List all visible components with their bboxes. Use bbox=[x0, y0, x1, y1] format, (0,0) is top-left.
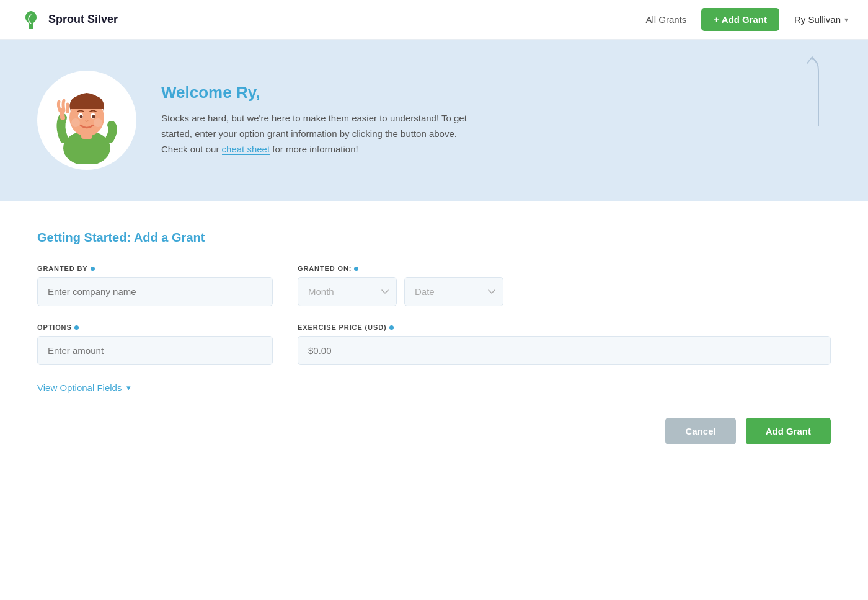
granted-on-group: GRANTED ON: Month January February March… bbox=[298, 265, 831, 306]
granted-by-label: GRANTED BY bbox=[37, 265, 273, 272]
arrow-up-icon bbox=[800, 52, 831, 133]
form-container: Getting Started: Add a Grant GRANTED BY … bbox=[0, 201, 868, 482]
date-select[interactable]: Date 1 2 3 4 5 bbox=[404, 277, 503, 306]
form-row-2: OPTIONS EXERCISE PRICE (USD) bbox=[37, 324, 831, 365]
required-indicator-3 bbox=[74, 325, 79, 330]
exercise-price-group: EXERCISE PRICE (USD) bbox=[298, 324, 831, 365]
header: Sprout Silver All Grants + Add Grant Ry … bbox=[0, 0, 868, 40]
avatar-illustration bbox=[46, 77, 127, 164]
sprout-logo-icon bbox=[20, 9, 42, 31]
user-name: Ry Sullivan bbox=[794, 14, 841, 25]
optional-fields-link[interactable]: View Optional Fields bbox=[37, 382, 122, 393]
user-menu[interactable]: Ry Sullivan ▾ bbox=[794, 14, 848, 25]
svg-point-5 bbox=[80, 115, 83, 118]
header-right: All Grants + Add Grant Ry Sullivan ▾ bbox=[645, 8, 848, 31]
arrow-decoration bbox=[800, 52, 831, 135]
granted-on-label: GRANTED ON: bbox=[298, 265, 831, 272]
user-menu-chevron-icon: ▾ bbox=[844, 15, 848, 24]
welcome-text-area: Welcome Ry, Stocks are hard, but we're h… bbox=[161, 83, 831, 157]
company-name-input[interactable] bbox=[37, 277, 273, 306]
welcome-banner: Welcome Ry, Stocks are hard, but we're h… bbox=[0, 40, 868, 201]
cancel-button[interactable]: Cancel bbox=[665, 418, 735, 444]
exercise-price-label: EXERCISE PRICE (USD) bbox=[298, 324, 831, 331]
all-grants-link[interactable]: All Grants bbox=[645, 14, 686, 25]
logo-text: Sprout Silver bbox=[48, 13, 118, 26]
header-add-grant-button[interactable]: + Add Grant bbox=[701, 8, 779, 31]
svg-point-8 bbox=[94, 118, 102, 127]
date-selects: Month January February March April May J… bbox=[298, 277, 831, 306]
cheat-sheet-link[interactable]: cheat sheet bbox=[222, 144, 270, 155]
svg-point-7 bbox=[71, 118, 80, 127]
required-indicator bbox=[91, 267, 95, 271]
welcome-body: Stocks are hard, but we're here to make … bbox=[161, 111, 484, 157]
exercise-price-input[interactable] bbox=[298, 336, 831, 365]
welcome-heading: Welcome Ry, bbox=[161, 83, 831, 102]
options-label: OPTIONS bbox=[37, 324, 273, 331]
welcome-body-text2: for more information! bbox=[270, 144, 358, 154]
form-actions: Cancel Add Grant bbox=[37, 418, 831, 444]
month-select[interactable]: Month January February March April May J… bbox=[298, 277, 397, 306]
optional-fields-row[interactable]: View Optional Fields ▾ bbox=[37, 382, 831, 393]
form-title: Getting Started: Add a Grant bbox=[37, 231, 831, 245]
optional-fields-chevron-icon: ▾ bbox=[126, 383, 131, 392]
required-indicator-2 bbox=[354, 267, 358, 271]
granted-by-group: GRANTED BY bbox=[37, 265, 273, 306]
logo-area: Sprout Silver bbox=[20, 9, 645, 31]
add-grant-submit-button[interactable]: Add Grant bbox=[746, 418, 831, 444]
options-amount-input[interactable] bbox=[37, 336, 273, 365]
avatar-circle bbox=[37, 71, 136, 170]
required-indicator-4 bbox=[389, 325, 394, 330]
svg-point-6 bbox=[92, 115, 95, 118]
options-group: OPTIONS bbox=[37, 324, 273, 365]
form-row-1: GRANTED BY GRANTED ON: Month January Feb… bbox=[37, 265, 831, 306]
